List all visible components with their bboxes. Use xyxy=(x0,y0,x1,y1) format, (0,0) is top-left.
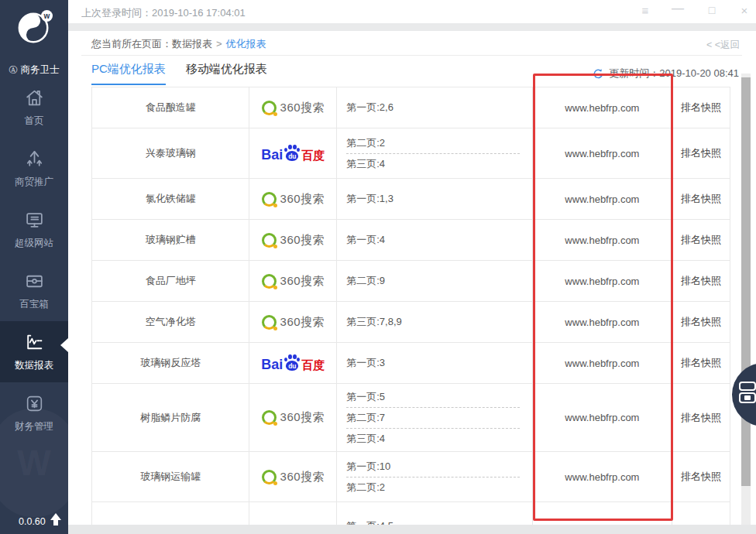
website-icon xyxy=(24,210,45,231)
breadcrumb-section: 数据报表 xyxy=(172,38,212,50)
engine-cell: 360搜索 xyxy=(249,302,337,342)
pages-cell: 第二页:9 xyxy=(337,261,532,301)
table-row: 树脂鳞片防腐360搜索第一页:5第二页:7第三页:4www.hebfrp.com… xyxy=(92,384,730,452)
refresh-icon xyxy=(593,68,604,80)
watermark-letter: W xyxy=(17,442,50,484)
maximize-icon[interactable]: □ xyxy=(703,4,720,16)
toolbox-icon xyxy=(24,271,45,292)
refresh-time-label: 更新时间：2019-10-20 08:41 xyxy=(609,67,739,80)
360-ring-icon xyxy=(262,315,277,330)
page-rank-entry: 第二页:2 xyxy=(346,478,519,498)
website-cell: www.hebfrp.com xyxy=(533,343,673,383)
snapshot-link[interactable]: 排名快照 xyxy=(681,470,721,484)
breadcrumb: 您当前所在页面：数据报表>优化报表 xyxy=(91,37,266,51)
website-cell xyxy=(533,502,673,525)
sidebar: w Ⓐ 商务卫士 首页商贸推广超级网站百宝箱数据报表财务管理 W 0.0.60 xyxy=(0,0,68,534)
360-search-label: 360搜索 xyxy=(280,233,325,248)
back-link[interactable]: < <返回 xyxy=(706,39,740,52)
snapshot-cell: 排名快照 xyxy=(672,220,730,260)
360-ring-icon xyxy=(262,101,277,115)
vertical-scrollbar-track[interactable] xyxy=(741,74,751,525)
snapshot-link[interactable]: 排名快照 xyxy=(681,101,721,115)
page-rank-entry: 第二页:7 xyxy=(346,408,519,429)
keyword-cell: 玻璃钢贮槽 xyxy=(92,220,249,260)
sidebar-item-0[interactable]: 首页 xyxy=(0,77,68,138)
table-row: 食品酿造罐360搜索第一页:2,6www.hebfrp.com排名快照 xyxy=(92,87,730,128)
sidebar-item-3[interactable]: 百宝箱 xyxy=(0,260,68,321)
keyword-cell xyxy=(92,502,249,525)
page-rank-entry: 第一页:2,6 xyxy=(346,98,519,118)
snapshot-cell: 排名快照 xyxy=(672,302,730,342)
app-logo: w xyxy=(0,0,68,62)
shield-watermark: W xyxy=(0,409,68,517)
sidebar-item-4[interactable]: 数据报表 xyxy=(0,321,68,382)
update-arrow-icon[interactable] xyxy=(50,513,61,526)
tab-mobile-report[interactable]: 移动端优化报表 xyxy=(186,62,267,85)
snapshot-link[interactable]: 排名快照 xyxy=(681,315,721,329)
page-rank-entry: 第三页:4 xyxy=(346,154,519,174)
page-rank-entry: 第一页:5 xyxy=(346,387,519,408)
tab-pc-report[interactable]: PC端优化报表 xyxy=(91,62,166,85)
page-rank-entry: 第一页:4 xyxy=(346,230,519,250)
snapshot-cell: 排名快照 xyxy=(672,179,730,219)
engine-cell: 360搜索 xyxy=(249,452,337,501)
sidebar-item-1[interactable]: 商贸推广 xyxy=(0,138,68,199)
website-cell: www.hebfrp.com xyxy=(533,384,673,451)
sidebar-item-label: 首页 xyxy=(25,115,44,128)
snapshot-link[interactable]: 排名快照 xyxy=(681,192,721,206)
horizontal-scrollbar[interactable] xyxy=(68,525,756,534)
keyword-cell: 兴泰玻璃钢 xyxy=(92,128,249,178)
snapshot-cell: 排名快照 xyxy=(672,128,730,178)
snapshot-link[interactable]: 排名快照 xyxy=(681,146,721,160)
360-ring-icon xyxy=(262,274,277,289)
snapshot-cell: 排名快照 xyxy=(672,261,730,301)
engine-cell xyxy=(249,502,337,525)
refresh-control[interactable]: 更新时间：2019-10-20 08:41 xyxy=(593,67,739,80)
page-rank-entry: 第三页:4 xyxy=(346,429,519,449)
360-search-logo: 360搜索 xyxy=(262,233,325,248)
360-ring-icon xyxy=(262,470,277,484)
pages-cell: 第二页:2第三页:4 xyxy=(337,128,532,178)
engine-cell: 360搜索 xyxy=(249,179,337,219)
360-ring-icon xyxy=(262,192,277,207)
360-ring-icon xyxy=(262,410,277,425)
360-search-logo: 360搜索 xyxy=(262,470,325,484)
snapshot-cell: 排名快照 xyxy=(672,87,730,128)
baidu-logo: Baidu百度 xyxy=(261,145,325,162)
snapshot-link[interactable]: 排名快照 xyxy=(681,274,721,288)
breadcrumb-current: 优化报表 xyxy=(226,38,266,50)
menu-icon[interactable]: ≡ xyxy=(637,4,654,17)
sidebar-item-label: 商贸推广 xyxy=(15,176,53,189)
baidu-name-text: 百度 xyxy=(301,149,325,162)
engine-cell: 360搜索 xyxy=(249,87,337,128)
page-rank-entry: 第三页:7,8,9 xyxy=(346,312,519,332)
snapshot-link[interactable]: 排名快照 xyxy=(681,356,721,370)
engine-cell: Baidu百度 xyxy=(249,128,337,178)
tab-bar: PC端优化报表 移动端优化报表 xyxy=(91,62,267,85)
snapshot-link[interactable]: 排名快照 xyxy=(681,233,721,247)
360-search-logo: 360搜索 xyxy=(262,410,325,425)
keyword-cell: 食品厂地坪 xyxy=(92,261,249,301)
keyword-cell: 食品酿造罐 xyxy=(92,87,249,128)
sidebar-item-label: 超级网站 xyxy=(15,237,53,250)
pages-cell: 第一页:5第二页:7第三页:4 xyxy=(337,384,532,451)
brand-name: 商务卫士 xyxy=(21,63,60,77)
baidu-logo: Baidu百度 xyxy=(261,354,325,371)
snapshot-link[interactable]: 排名快照 xyxy=(681,411,721,425)
last-login-time: 上次登录时间：2019-10-16 17:04:01 xyxy=(81,6,246,20)
keyword-cell: 空气净化塔 xyxy=(92,302,249,342)
snapshot-cell: 排名快照 xyxy=(672,452,730,501)
table-row: 玻璃钢运输罐360搜索第一页:10第二页:2www.hebfrp.com排名快照 xyxy=(92,452,730,502)
website-cell: www.hebfrp.com xyxy=(533,128,673,178)
baidu-bai-text: Bai xyxy=(261,358,283,371)
baidu-name-text: 百度 xyxy=(301,358,325,371)
vertical-scrollbar-thumb[interactable] xyxy=(741,77,751,486)
close-icon[interactable]: × xyxy=(736,4,753,17)
website-cell: www.hebfrp.com xyxy=(533,87,673,128)
pages-cell: 第一页:3 xyxy=(337,343,532,383)
website-cell: www.hebfrp.com xyxy=(533,452,673,501)
360-search-label: 360搜索 xyxy=(280,274,325,289)
minimize-icon[interactable]: — xyxy=(669,2,686,15)
website-cell: www.hebfrp.com xyxy=(533,261,673,301)
sidebar-item-2[interactable]: 超级网站 xyxy=(0,199,68,260)
